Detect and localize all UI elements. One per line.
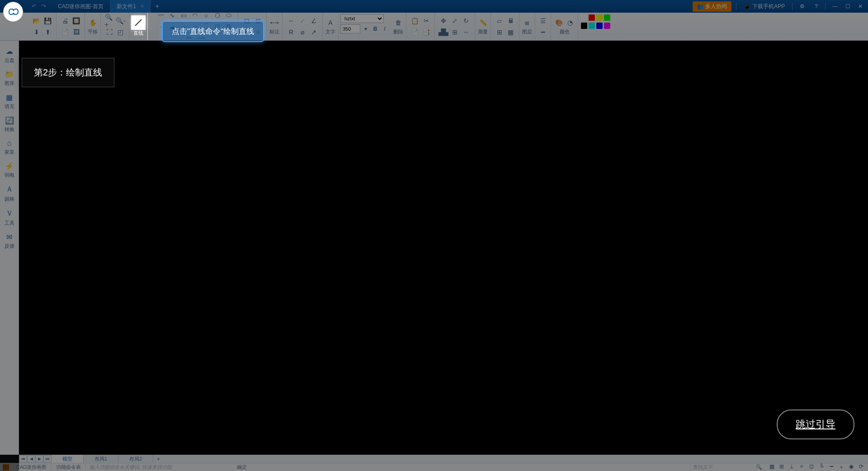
scale-icon[interactable]: ⤢ — [450, 16, 460, 26]
confirm-button[interactable]: 确定 — [231, 464, 253, 471]
close-button[interactable]: ✕ — [855, 3, 865, 9]
new-tab-button[interactable]: + — [151, 2, 164, 10]
maximize-button[interactable]: ☐ — [843, 3, 853, 9]
tab-prev-button[interactable]: ◀ — [27, 455, 35, 462]
dyn-toggle-icon[interactable]: ◉ — [847, 463, 855, 471]
minimize-button[interactable]: — — [830, 3, 840, 9]
paste-special-icon[interactable]: 📑 — [421, 27, 431, 37]
table-icon[interactable]: ⊞ — [495, 27, 505, 37]
grid-toggle-icon[interactable]: ▦ — [768, 463, 776, 471]
lwt-toggle-icon[interactable]: ━ — [827, 463, 835, 471]
font-size-input[interactable] — [340, 24, 360, 33]
zoom-out-icon[interactable]: 🔍- — [116, 16, 126, 26]
measure-icon[interactable]: 📏 — [478, 18, 488, 28]
rect-icon[interactable]: ▭ — [179, 10, 189, 20]
tab-first-button[interactable]: ⏮ — [19, 455, 27, 462]
settings-button[interactable]: ⚙ — [797, 3, 807, 9]
paste-icon[interactable]: 📄 — [410, 27, 420, 37]
line-tool-icon[interactable] — [132, 16, 145, 29]
font-name-select[interactable]: hztxt — [340, 14, 384, 23]
color-black[interactable] — [581, 23, 587, 29]
sidebar-feedback[interactable]: ✉反馈 — [0, 230, 19, 252]
lineweight-icon[interactable]: ━ — [538, 27, 548, 37]
zoom-extents-icon[interactable]: ⛶ — [104, 27, 114, 37]
move-icon[interactable]: ✥ — [439, 16, 448, 26]
otrack-toggle-icon[interactable]: ╚ — [817, 463, 826, 471]
color-wheel-icon[interactable]: 🎨 — [554, 18, 564, 28]
stretch-icon[interactable]: ↔ — [461, 27, 471, 37]
close-icon[interactable]: × — [141, 3, 144, 9]
open-icon[interactable]: 📂 — [32, 16, 42, 26]
color-cyan[interactable] — [589, 23, 595, 29]
skip-tutorial-button[interactable]: 跳过引导 — [777, 410, 854, 439]
color-white[interactable] — [581, 14, 587, 21]
app-logo[interactable] — [0, 0, 26, 13]
italic-button[interactable]: I — [381, 26, 389, 32]
spline-icon[interactable]: ∿ — [167, 10, 177, 20]
dimension-icon[interactable]: ⟷ — [269, 18, 279, 28]
tab-home[interactable]: CAD迷你画图-首页 — [52, 0, 110, 13]
add-layout-button[interactable]: + — [153, 456, 163, 462]
area-icon[interactable]: ▱ — [495, 16, 505, 26]
help-button[interactable]: ? — [812, 3, 821, 9]
dim-aligned-icon[interactable]: ⟋ — [297, 16, 307, 26]
polyline-icon[interactable]: 〰 — [156, 10, 166, 20]
collab-button[interactable]: 👥 多人协同 — [693, 1, 731, 12]
redo-icon[interactable]: ↷ — [40, 3, 48, 9]
sidebar-electrical[interactable]: ⚡弱电 — [0, 159, 19, 181]
color-blue[interactable] — [596, 23, 603, 29]
dim-linear-icon[interactable]: ↔ — [286, 16, 296, 26]
zoom-window-icon[interactable]: ◰ — [116, 27, 126, 37]
polygon-icon[interactable]: ⬡ — [212, 10, 222, 20]
osnap-toggle-icon[interactable]: ⊡ — [807, 463, 816, 471]
bold-button[interactable]: B — [371, 26, 379, 32]
text-icon[interactable]: A — [326, 18, 335, 28]
zoom-in-icon[interactable]: 🔍+ — [104, 16, 114, 26]
tab-layout1[interactable]: 布局1 — [84, 455, 118, 463]
dim-diameter-icon[interactable]: ⌀ — [297, 27, 307, 37]
color-dropper-icon[interactable]: ◔ — [565, 18, 575, 28]
snap-toggle-icon[interactable]: ⊞ — [778, 463, 786, 471]
save-icon[interactable]: 💾 — [43, 16, 53, 26]
array-icon[interactable]: ⊞ — [450, 27, 460, 37]
pdf-icon[interactable]: 📄 — [60, 27, 70, 37]
print-icon[interactable]: 🖨 — [60, 16, 70, 26]
circle-icon[interactable]: ○ — [201, 10, 211, 20]
rotate-icon[interactable]: ↻ — [461, 16, 471, 26]
cmd-table-button[interactable]: 功能命令表 — [52, 464, 86, 471]
grid-icon[interactable]: ▦ — [506, 27, 516, 37]
dim-angular-icon[interactable]: ∠ — [309, 16, 319, 26]
search-icon[interactable]: 🔍 — [753, 464, 765, 470]
image-icon[interactable]: 🖼 — [71, 27, 81, 37]
sidebar-tools[interactable]: Ｖ工具 — [0, 206, 19, 229]
color-magenta[interactable] — [604, 23, 610, 29]
pan-icon[interactable]: ✋ — [88, 18, 98, 28]
sidebar-convert[interactable]: 🔄转换 — [0, 113, 19, 136]
ortho-toggle-icon[interactable]: ⊥ — [788, 463, 796, 471]
layer-icon[interactable]: ≣ — [522, 18, 532, 28]
ellipse-icon[interactable]: ⬭ — [224, 10, 234, 20]
linetype-icon[interactable]: ☰ — [538, 16, 548, 26]
preview-icon[interactable]: 🔲 — [71, 16, 81, 26]
cut-icon[interactable]: ✂ — [421, 16, 431, 26]
delete-icon[interactable]: 🗑 — [393, 18, 403, 28]
font-size-dropdown-icon[interactable]: ▾ — [362, 26, 370, 32]
export-icon[interactable]: ⬆ — [43, 27, 53, 37]
sidebar-library[interactable]: 📁图库 — [0, 67, 19, 89]
add-toggle-icon[interactable]: ＋ — [837, 463, 845, 471]
import-icon[interactable]: ⬇ — [32, 27, 42, 37]
color-yellow[interactable] — [596, 14, 603, 21]
mirror-icon[interactable]: ▟▙ — [439, 27, 448, 37]
tab-last-button[interactable]: ⏭ — [43, 455, 52, 462]
color-red[interactable] — [589, 14, 595, 21]
sidebar-garden[interactable]: Ａ园林 — [0, 182, 19, 205]
arc-icon[interactable]: ◠ — [190, 10, 200, 20]
tab-next-button[interactable]: ▶ — [35, 455, 43, 462]
sidebar-home-decor[interactable]: ⌂家装 — [0, 137, 19, 158]
undo-icon[interactable]: ↶ — [30, 3, 38, 9]
polar-toggle-icon[interactable]: ✧ — [797, 463, 806, 471]
dim-leader-icon[interactable]: ↗ — [309, 27, 319, 37]
drawing-canvas[interactable] — [19, 41, 868, 455]
command-input[interactable]: 输入功能或命令关键词, 快速查找功能 — [86, 464, 231, 471]
tab-model[interactable]: 模型 — [52, 455, 84, 463]
